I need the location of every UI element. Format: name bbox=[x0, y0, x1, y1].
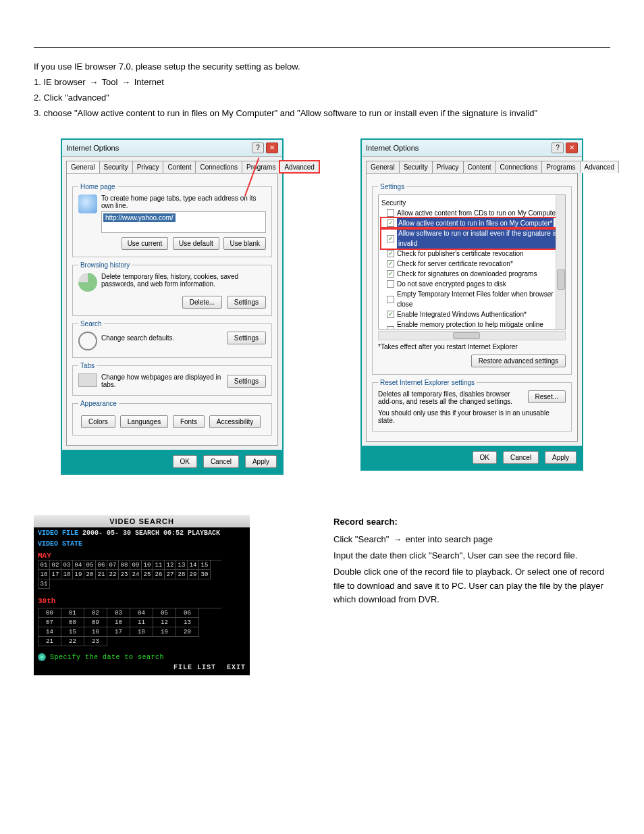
tabs-settings-button[interactable]: Settings bbox=[227, 375, 266, 388]
tab-connections[interactable]: Connections bbox=[195, 161, 242, 173]
calendar-day[interactable]: 20 bbox=[84, 570, 96, 579]
use-default-button[interactable]: Use default bbox=[173, 237, 219, 250]
settings-tree[interactable]: Security Allow active content from CDs t… bbox=[378, 194, 566, 330]
calendar-day[interactable]: 11 bbox=[153, 561, 165, 570]
hour-cell[interactable]: 11 bbox=[130, 618, 153, 627]
tab-privacy[interactable]: Privacy bbox=[432, 161, 464, 173]
tab-content[interactable]: Content bbox=[463, 161, 496, 173]
calendar-grid[interactable]: 0102030405060708091011121314151617181920… bbox=[38, 560, 221, 589]
security-option[interactable]: Allow active content from CDs to run on … bbox=[381, 208, 562, 218]
ok-button[interactable]: OK bbox=[173, 455, 197, 468]
calendar-day[interactable]: 30 bbox=[199, 570, 211, 579]
tab-general[interactable]: General bbox=[366, 161, 400, 173]
vertical-scrollbar[interactable] bbox=[556, 195, 565, 329]
hour-cell[interactable]: 20 bbox=[176, 627, 199, 637]
hour-cell[interactable]: 15 bbox=[61, 627, 84, 637]
exit-button[interactable]: EXIT bbox=[227, 664, 246, 671]
checkbox-input[interactable] bbox=[387, 280, 394, 288]
hour-cell[interactable]: 14 bbox=[38, 627, 61, 637]
calendar-day[interactable]: 01 bbox=[38, 561, 50, 570]
calendar-day[interactable]: 19 bbox=[73, 570, 84, 579]
apply-button[interactable]: Apply bbox=[545, 451, 576, 464]
checkbox-input[interactable]: ✓ bbox=[387, 250, 394, 257]
calendar-day[interactable]: 09 bbox=[130, 561, 142, 570]
security-option[interactable]: ✓Check for signatures on downloaded prog… bbox=[381, 269, 562, 279]
colors-button[interactable]: Colors bbox=[81, 415, 115, 428]
hour-cell[interactable]: 01 bbox=[61, 608, 84, 618]
security-option[interactable]: ✓Allow software to run or install even i… bbox=[381, 228, 562, 249]
calendar-day[interactable]: 16 bbox=[38, 570, 50, 579]
calendar-day[interactable]: 17 bbox=[50, 570, 61, 579]
calendar-day[interactable]: 04 bbox=[73, 561, 84, 570]
calendar-day[interactable]: 02 bbox=[50, 561, 61, 570]
delete-button[interactable]: Delete... bbox=[182, 296, 222, 309]
ok-button[interactable]: OK bbox=[473, 451, 497, 464]
hour-cell[interactable]: 00 bbox=[38, 608, 61, 618]
fonts-button[interactable]: Fonts bbox=[173, 415, 205, 428]
checkbox-input[interactable] bbox=[387, 326, 394, 330]
security-option[interactable]: ✓Check for server certificate revocation… bbox=[381, 259, 562, 269]
tab-general[interactable]: General bbox=[66, 161, 100, 173]
calendar-day[interactable]: 29 bbox=[188, 570, 199, 579]
tab-advanced[interactable]: Advanced bbox=[279, 161, 319, 173]
calendar-day[interactable]: 22 bbox=[107, 570, 119, 579]
calendar-day[interactable]: 14 bbox=[188, 561, 199, 570]
checkbox-input[interactable] bbox=[387, 209, 394, 217]
calendar-day[interactable]: 28 bbox=[176, 570, 188, 579]
calendar-day[interactable]: 18 bbox=[61, 570, 73, 579]
tab-programs[interactable]: Programs bbox=[541, 161, 580, 173]
help-icon[interactable]: ? bbox=[252, 142, 264, 153]
hour-cell[interactable]: 21 bbox=[38, 637, 61, 646]
hour-cell[interactable]: 23 bbox=[84, 637, 107, 646]
calendar-day[interactable]: 27 bbox=[165, 570, 176, 579]
calendar-day[interactable]: 08 bbox=[119, 561, 130, 570]
calendar-day[interactable]: 15 bbox=[199, 561, 211, 570]
checkbox-input[interactable]: ✓ bbox=[387, 235, 394, 242]
checkbox-input[interactable]: ✓ bbox=[387, 219, 394, 227]
checkbox-input[interactable]: ✓ bbox=[387, 260, 394, 267]
hour-grid[interactable]: 0001020304050607080910111213141516171819… bbox=[38, 608, 221, 646]
cancel-button[interactable]: Cancel bbox=[203, 455, 239, 468]
restore-advanced-button[interactable]: Restore advanced settings bbox=[471, 355, 566, 367]
tab-programs[interactable]: Programs bbox=[242, 161, 280, 173]
checkbox-input[interactable]: ✓ bbox=[387, 311, 394, 318]
hour-cell[interactable]: 09 bbox=[84, 618, 107, 627]
hour-cell[interactable]: 16 bbox=[84, 627, 107, 637]
hour-cell[interactable]: 04 bbox=[130, 608, 153, 618]
tab-security[interactable]: Security bbox=[399, 161, 433, 173]
calendar-day[interactable]: 10 bbox=[142, 561, 153, 570]
hour-cell[interactable]: 12 bbox=[153, 618, 176, 627]
calendar-day[interactable]: 13 bbox=[176, 561, 188, 570]
close-icon[interactable]: ✕ bbox=[566, 142, 578, 153]
calendar-day[interactable]: 31 bbox=[38, 579, 50, 589]
security-option[interactable]: ✓Enable Integrated Windows Authenticatio… bbox=[381, 309, 562, 319]
homepage-url-input[interactable]: http://www.yahoo.com/ bbox=[101, 211, 266, 233]
tab-connections[interactable]: Connections bbox=[495, 161, 543, 173]
reset-button[interactable]: Reset... bbox=[528, 390, 566, 403]
hour-cell[interactable]: 05 bbox=[153, 608, 176, 618]
hour-cell[interactable]: 19 bbox=[153, 627, 176, 637]
security-option[interactable]: Do not save encrypted pages to disk bbox=[381, 279, 562, 289]
hour-cell[interactable]: 03 bbox=[107, 608, 130, 618]
tab-advanced[interactable]: Advanced bbox=[580, 161, 619, 173]
hour-cell[interactable]: 10 bbox=[107, 618, 130, 627]
help-icon[interactable]: ? bbox=[552, 142, 564, 153]
hour-cell[interactable]: 13 bbox=[176, 618, 199, 627]
security-option[interactable]: ✓Check for publisher's certificate revoc… bbox=[381, 249, 562, 259]
accessibility-button[interactable]: Accessibility bbox=[209, 415, 261, 428]
hour-cell[interactable]: 08 bbox=[61, 618, 84, 627]
calendar-day[interactable]: 23 bbox=[119, 570, 130, 579]
checkbox-input[interactable]: ✓ bbox=[387, 270, 394, 278]
cancel-button[interactable]: Cancel bbox=[503, 451, 539, 464]
horizontal-scrollbar[interactable] bbox=[378, 331, 566, 340]
playback-button[interactable]: PLAYBACK bbox=[188, 529, 220, 537]
hour-cell[interactable]: 22 bbox=[61, 637, 84, 646]
use-current-button[interactable]: Use current bbox=[122, 237, 169, 250]
calendar-day[interactable]: 06 bbox=[96, 561, 107, 570]
calendar-day[interactable]: 05 bbox=[84, 561, 96, 570]
calendar-day[interactable]: 07 bbox=[107, 561, 119, 570]
hour-cell[interactable]: 07 bbox=[38, 618, 61, 627]
search-settings-button[interactable]: Settings bbox=[227, 332, 266, 344]
file-list-button[interactable]: FILE LIST bbox=[173, 664, 216, 671]
checkbox-input[interactable] bbox=[387, 296, 394, 303]
